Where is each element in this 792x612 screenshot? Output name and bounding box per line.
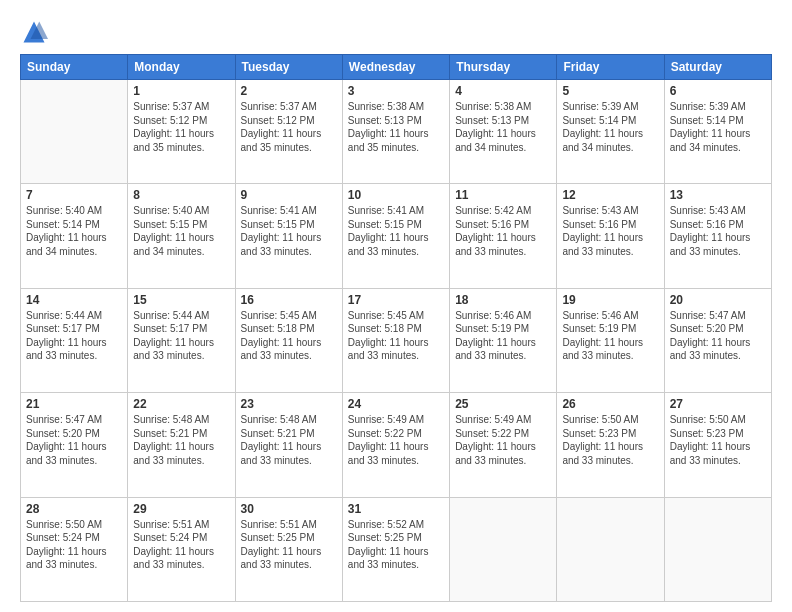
day-info: Sunrise: 5:45 AM Sunset: 5:18 PM Dayligh…: [241, 309, 337, 363]
calendar-cell: [450, 497, 557, 601]
day-number: 15: [133, 293, 229, 307]
calendar-cell: 10Sunrise: 5:41 AM Sunset: 5:15 PM Dayli…: [342, 184, 449, 288]
day-number: 30: [241, 502, 337, 516]
calendar-table: SundayMondayTuesdayWednesdayThursdayFrid…: [20, 54, 772, 602]
calendar-cell: 19Sunrise: 5:46 AM Sunset: 5:19 PM Dayli…: [557, 288, 664, 392]
day-info: Sunrise: 5:37 AM Sunset: 5:12 PM Dayligh…: [133, 100, 229, 154]
calendar-cell: 4Sunrise: 5:38 AM Sunset: 5:13 PM Daylig…: [450, 80, 557, 184]
calendar-cell: [557, 497, 664, 601]
day-info: Sunrise: 5:47 AM Sunset: 5:20 PM Dayligh…: [26, 413, 122, 467]
calendar-cell: 22Sunrise: 5:48 AM Sunset: 5:21 PM Dayli…: [128, 393, 235, 497]
calendar-cell: 26Sunrise: 5:50 AM Sunset: 5:23 PM Dayli…: [557, 393, 664, 497]
calendar-cell: 20Sunrise: 5:47 AM Sunset: 5:20 PM Dayli…: [664, 288, 771, 392]
day-number: 6: [670, 84, 766, 98]
day-info: Sunrise: 5:38 AM Sunset: 5:13 PM Dayligh…: [348, 100, 444, 154]
calendar-cell: [664, 497, 771, 601]
calendar-weekday-sunday: Sunday: [21, 55, 128, 80]
day-info: Sunrise: 5:40 AM Sunset: 5:14 PM Dayligh…: [26, 204, 122, 258]
day-number: 2: [241, 84, 337, 98]
day-info: Sunrise: 5:51 AM Sunset: 5:25 PM Dayligh…: [241, 518, 337, 572]
day-number: 7: [26, 188, 122, 202]
day-info: Sunrise: 5:42 AM Sunset: 5:16 PM Dayligh…: [455, 204, 551, 258]
day-number: 3: [348, 84, 444, 98]
day-number: 28: [26, 502, 122, 516]
day-info: Sunrise: 5:44 AM Sunset: 5:17 PM Dayligh…: [26, 309, 122, 363]
calendar-cell: 9Sunrise: 5:41 AM Sunset: 5:15 PM Daylig…: [235, 184, 342, 288]
calendar-cell: [21, 80, 128, 184]
calendar-week-0: 1Sunrise: 5:37 AM Sunset: 5:12 PM Daylig…: [21, 80, 772, 184]
calendar-header-row: SundayMondayTuesdayWednesdayThursdayFrid…: [21, 55, 772, 80]
day-number: 8: [133, 188, 229, 202]
day-number: 19: [562, 293, 658, 307]
day-number: 5: [562, 84, 658, 98]
day-info: Sunrise: 5:52 AM Sunset: 5:25 PM Dayligh…: [348, 518, 444, 572]
day-info: Sunrise: 5:39 AM Sunset: 5:14 PM Dayligh…: [670, 100, 766, 154]
calendar-cell: 15Sunrise: 5:44 AM Sunset: 5:17 PM Dayli…: [128, 288, 235, 392]
calendar-cell: 7Sunrise: 5:40 AM Sunset: 5:14 PM Daylig…: [21, 184, 128, 288]
day-number: 21: [26, 397, 122, 411]
calendar-cell: 12Sunrise: 5:43 AM Sunset: 5:16 PM Dayli…: [557, 184, 664, 288]
calendar-cell: 23Sunrise: 5:48 AM Sunset: 5:21 PM Dayli…: [235, 393, 342, 497]
day-info: Sunrise: 5:38 AM Sunset: 5:13 PM Dayligh…: [455, 100, 551, 154]
calendar-cell: 16Sunrise: 5:45 AM Sunset: 5:18 PM Dayli…: [235, 288, 342, 392]
day-info: Sunrise: 5:46 AM Sunset: 5:19 PM Dayligh…: [455, 309, 551, 363]
day-number: 10: [348, 188, 444, 202]
day-number: 16: [241, 293, 337, 307]
calendar-cell: 2Sunrise: 5:37 AM Sunset: 5:12 PM Daylig…: [235, 80, 342, 184]
day-number: 4: [455, 84, 551, 98]
day-number: 26: [562, 397, 658, 411]
calendar-cell: 25Sunrise: 5:49 AM Sunset: 5:22 PM Dayli…: [450, 393, 557, 497]
day-number: 25: [455, 397, 551, 411]
day-info: Sunrise: 5:44 AM Sunset: 5:17 PM Dayligh…: [133, 309, 229, 363]
calendar-cell: 29Sunrise: 5:51 AM Sunset: 5:24 PM Dayli…: [128, 497, 235, 601]
day-info: Sunrise: 5:48 AM Sunset: 5:21 PM Dayligh…: [241, 413, 337, 467]
calendar-week-3: 21Sunrise: 5:47 AM Sunset: 5:20 PM Dayli…: [21, 393, 772, 497]
day-number: 20: [670, 293, 766, 307]
day-number: 24: [348, 397, 444, 411]
day-number: 9: [241, 188, 337, 202]
day-info: Sunrise: 5:43 AM Sunset: 5:16 PM Dayligh…: [562, 204, 658, 258]
day-info: Sunrise: 5:41 AM Sunset: 5:15 PM Dayligh…: [348, 204, 444, 258]
logo-icon: [20, 18, 48, 46]
calendar-weekday-tuesday: Tuesday: [235, 55, 342, 80]
day-number: 31: [348, 502, 444, 516]
calendar-cell: 8Sunrise: 5:40 AM Sunset: 5:15 PM Daylig…: [128, 184, 235, 288]
calendar-cell: 11Sunrise: 5:42 AM Sunset: 5:16 PM Dayli…: [450, 184, 557, 288]
calendar-weekday-monday: Monday: [128, 55, 235, 80]
day-number: 27: [670, 397, 766, 411]
day-info: Sunrise: 5:51 AM Sunset: 5:24 PM Dayligh…: [133, 518, 229, 572]
calendar-weekday-saturday: Saturday: [664, 55, 771, 80]
day-number: 1: [133, 84, 229, 98]
day-info: Sunrise: 5:43 AM Sunset: 5:16 PM Dayligh…: [670, 204, 766, 258]
calendar-cell: 21Sunrise: 5:47 AM Sunset: 5:20 PM Dayli…: [21, 393, 128, 497]
day-number: 13: [670, 188, 766, 202]
day-info: Sunrise: 5:47 AM Sunset: 5:20 PM Dayligh…: [670, 309, 766, 363]
day-number: 29: [133, 502, 229, 516]
header: [20, 18, 772, 46]
calendar-weekday-wednesday: Wednesday: [342, 55, 449, 80]
page: SundayMondayTuesdayWednesdayThursdayFrid…: [0, 0, 792, 612]
calendar-cell: 3Sunrise: 5:38 AM Sunset: 5:13 PM Daylig…: [342, 80, 449, 184]
day-info: Sunrise: 5:49 AM Sunset: 5:22 PM Dayligh…: [348, 413, 444, 467]
logo: [20, 18, 52, 46]
calendar-cell: 13Sunrise: 5:43 AM Sunset: 5:16 PM Dayli…: [664, 184, 771, 288]
calendar-weekday-friday: Friday: [557, 55, 664, 80]
day-number: 12: [562, 188, 658, 202]
calendar-cell: 14Sunrise: 5:44 AM Sunset: 5:17 PM Dayli…: [21, 288, 128, 392]
calendar-cell: 1Sunrise: 5:37 AM Sunset: 5:12 PM Daylig…: [128, 80, 235, 184]
day-number: 14: [26, 293, 122, 307]
calendar-cell: 27Sunrise: 5:50 AM Sunset: 5:23 PM Dayli…: [664, 393, 771, 497]
calendar-cell: 5Sunrise: 5:39 AM Sunset: 5:14 PM Daylig…: [557, 80, 664, 184]
day-info: Sunrise: 5:48 AM Sunset: 5:21 PM Dayligh…: [133, 413, 229, 467]
calendar-cell: 28Sunrise: 5:50 AM Sunset: 5:24 PM Dayli…: [21, 497, 128, 601]
day-info: Sunrise: 5:49 AM Sunset: 5:22 PM Dayligh…: [455, 413, 551, 467]
calendar-cell: 6Sunrise: 5:39 AM Sunset: 5:14 PM Daylig…: [664, 80, 771, 184]
calendar-cell: 24Sunrise: 5:49 AM Sunset: 5:22 PM Dayli…: [342, 393, 449, 497]
calendar-cell: 18Sunrise: 5:46 AM Sunset: 5:19 PM Dayli…: [450, 288, 557, 392]
day-info: Sunrise: 5:40 AM Sunset: 5:15 PM Dayligh…: [133, 204, 229, 258]
day-info: Sunrise: 5:39 AM Sunset: 5:14 PM Dayligh…: [562, 100, 658, 154]
day-info: Sunrise: 5:41 AM Sunset: 5:15 PM Dayligh…: [241, 204, 337, 258]
day-info: Sunrise: 5:46 AM Sunset: 5:19 PM Dayligh…: [562, 309, 658, 363]
day-info: Sunrise: 5:50 AM Sunset: 5:24 PM Dayligh…: [26, 518, 122, 572]
day-info: Sunrise: 5:50 AM Sunset: 5:23 PM Dayligh…: [562, 413, 658, 467]
